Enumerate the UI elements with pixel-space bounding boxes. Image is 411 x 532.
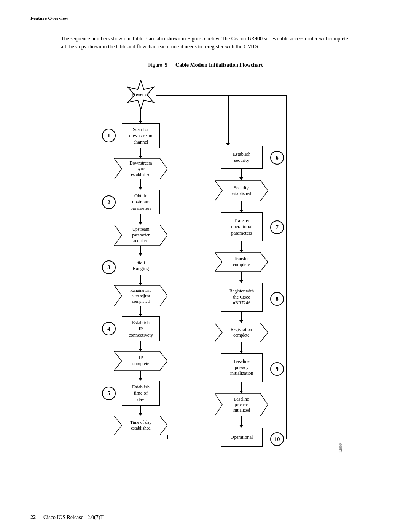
registration-complete-label: Registration complete bbox=[231, 327, 252, 338]
conn-left-border-bottom bbox=[167, 435, 168, 439]
conn-star-scan bbox=[140, 110, 141, 121]
conn-7 bbox=[140, 341, 141, 350]
conn-1 bbox=[140, 148, 141, 157]
conn-r4 bbox=[241, 272, 242, 281]
security-established-chevron: Security established bbox=[215, 180, 268, 201]
arrow-r8 bbox=[239, 425, 243, 428]
register-cisco-label: Register with the Cisco uBR7246 bbox=[229, 288, 254, 306]
scan-downstream-box: Scan for downstream channel bbox=[122, 123, 160, 148]
baseline-privacy-initialized-label: Baseline privacy initialized bbox=[233, 396, 250, 414]
arrow-r5 bbox=[239, 320, 243, 323]
arrow-4 bbox=[139, 253, 142, 256]
arrow-r4 bbox=[239, 280, 243, 283]
num-9: 9 bbox=[270, 362, 284, 376]
page: Feature Overview The sequence numbers sh… bbox=[0, 0, 411, 532]
establish-security-box: Establish security bbox=[221, 146, 263, 169]
num-5: 5 bbox=[102, 387, 116, 400]
footer: 22 Cisco IOS Release 12.0(7)T bbox=[30, 511, 381, 521]
intro-text: The sequence numbers shown in Table 3 ar… bbox=[61, 36, 348, 50]
arrow-9 bbox=[139, 413, 142, 416]
registration-complete-chevron: Registration complete bbox=[215, 323, 268, 342]
establish-tod-label: Establish time of day bbox=[132, 384, 150, 403]
downstream-sync-chevron: Downstream sync established bbox=[114, 158, 167, 179]
num-8: 8 bbox=[270, 292, 284, 306]
register-cisco-box: Register with the Cisco uBR7246 bbox=[221, 283, 263, 312]
section-title: Feature Overview bbox=[30, 15, 68, 21]
conn-r5 bbox=[241, 312, 242, 321]
conn-right-border bbox=[286, 95, 287, 439]
arrow-3 bbox=[139, 222, 142, 225]
obtain-upstream-box: Obtain upstream parameters bbox=[122, 190, 160, 214]
conn-r7 bbox=[241, 382, 242, 391]
start-ranging-box: Start Ranging bbox=[126, 256, 156, 275]
figure-word: Figure bbox=[148, 62, 162, 68]
conn-r6 bbox=[241, 342, 242, 351]
intro-paragraph: The sequence numbers shown in Table 3 ar… bbox=[61, 35, 350, 51]
security-established-label: Security established bbox=[231, 185, 251, 197]
num-6: 6 bbox=[270, 151, 284, 165]
arrow-r1 bbox=[239, 177, 243, 180]
arrow-establish-sec bbox=[226, 143, 230, 146]
conn-r2 bbox=[241, 201, 242, 211]
establish-ip-box: Establish IP connectivety bbox=[122, 316, 160, 341]
conn-r1 bbox=[241, 169, 242, 178]
page-number: 22 bbox=[30, 514, 36, 521]
arrow-star-scan bbox=[139, 121, 142, 123]
transfer-op-params-label: Transfer operational parameters bbox=[231, 217, 252, 236]
arrow-r6 bbox=[239, 351, 243, 353]
conn-6 bbox=[140, 306, 141, 315]
conn-5 bbox=[140, 275, 141, 283]
num-10: 10 bbox=[270, 432, 284, 446]
establish-tod-box: Establish time of day bbox=[122, 381, 160, 406]
operational-box: Operational bbox=[221, 428, 263, 447]
conn-v-right-top bbox=[228, 95, 229, 144]
conn-r8 bbox=[241, 416, 242, 426]
num-2: 2 bbox=[102, 195, 116, 209]
arrow-r3 bbox=[239, 250, 243, 252]
conn-h-star-right bbox=[156, 95, 228, 96]
establish-ip-label: Establish IP connectivety bbox=[129, 320, 153, 338]
downstream-sync-label: Downstream sync established bbox=[130, 160, 152, 177]
scan-downstream-label: Scan for downstream channel bbox=[129, 126, 152, 145]
conn-top-border bbox=[228, 95, 286, 96]
conn-2 bbox=[140, 179, 141, 188]
arrow-5 bbox=[139, 283, 142, 285]
conn-8 bbox=[140, 371, 141, 379]
baseline-privacy-init-label: Baseline privacy initialization bbox=[230, 359, 253, 377]
arrow-r2 bbox=[239, 210, 243, 212]
footer-text: Cisco IOS Release 12.0(7)T bbox=[43, 514, 104, 521]
power-on-label: Power on bbox=[132, 92, 150, 98]
operational-label: Operational bbox=[230, 434, 253, 440]
conn-3 bbox=[140, 214, 141, 223]
arrow-6 bbox=[139, 314, 142, 316]
upstream-acquired-chevron: Upstream parameter acquired bbox=[114, 225, 167, 246]
ip-complete-chevron: IP complete bbox=[114, 351, 167, 371]
figure-title: Cable Modem Initialization Flowchart bbox=[175, 62, 263, 68]
conn-r3 bbox=[241, 241, 242, 251]
transfer-op-params-box: Transfer operational parameters bbox=[221, 212, 263, 241]
arrow-r7 bbox=[239, 391, 243, 393]
arrow-1 bbox=[139, 156, 142, 158]
baseline-privacy-init-box: Baseline privacy initialization bbox=[221, 353, 263, 382]
conn-9 bbox=[140, 406, 141, 414]
power-on-node: Power on bbox=[126, 80, 156, 110]
num-1: 1 bbox=[102, 129, 116, 142]
transfer-complete-chevron: Transfer complete bbox=[215, 252, 268, 272]
tod-established-label: Time of day established bbox=[130, 420, 151, 431]
figure-id: 12960 bbox=[338, 443, 342, 453]
tod-established-chevron: Time of day established bbox=[114, 416, 167, 435]
figure-label: Figure 5 Cable Modem Initialization Flow… bbox=[30, 62, 381, 68]
num-7: 7 bbox=[270, 220, 284, 234]
num-3: 3 bbox=[102, 260, 116, 274]
upstream-acquired-label: Upstream parameter acquired bbox=[132, 227, 150, 244]
num-4: 4 bbox=[102, 322, 116, 335]
establish-security-label: Establish security bbox=[233, 151, 250, 164]
figure-number: 5 bbox=[165, 62, 167, 68]
arrow-7 bbox=[139, 349, 142, 351]
ip-complete-label: IP complete bbox=[132, 355, 149, 367]
header-bar: Feature Overview bbox=[30, 15, 381, 23]
arrow-2 bbox=[139, 187, 142, 190]
conn-4 bbox=[140, 246, 141, 254]
ranging-complete-label: Ranging and auto adjust completed bbox=[130, 288, 151, 304]
obtain-upstream-label: Obtain upstream parameters bbox=[131, 193, 151, 211]
